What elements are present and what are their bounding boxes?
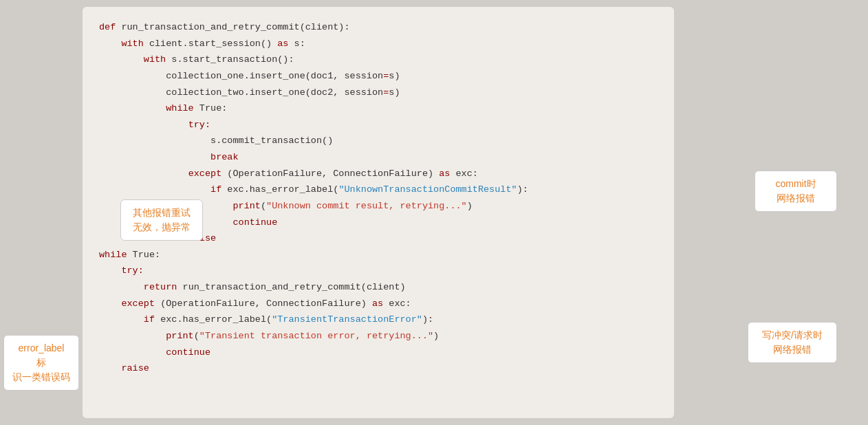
- code-line: s.commit_transaction(): [99, 133, 658, 149]
- code-line: try:: [99, 263, 658, 279]
- code-line: if exc.has_error_label("TransientTransac…: [99, 312, 658, 328]
- annotation-write-conflict: 写冲突/请求时 网络报错: [748, 322, 837, 363]
- annotation-commit-line1: commit时: [775, 178, 816, 189]
- code-line: except (OperationFailure, ConnectionFail…: [99, 166, 658, 182]
- code-line: raise: [99, 360, 658, 377]
- annotation-error-label-line2: 识一类错误码: [12, 371, 70, 382]
- annotation-retry: 其他报错重试 无效，抛异常: [120, 199, 203, 241]
- code-line: continue: [99, 345, 658, 361]
- code-line: print("Transient transaction error, retr…: [99, 328, 658, 345]
- code-line: except (OperationFailure, ConnectionFail…: [99, 296, 658, 312]
- annotation-error-label: error_label 标 识一类错误码: [3, 335, 79, 391]
- annotation-commit-line2: 网络报错: [777, 193, 815, 204]
- code-line: while True:: [99, 100, 658, 117]
- code-line: try:: [99, 117, 658, 133]
- code-line: def run_transaction_and_retry_commit(cli…: [99, 19, 658, 36]
- code-content: def run_transaction_and_retry_commit(cli…: [99, 19, 658, 377]
- code-line: with s.start_transaction():: [99, 52, 658, 68]
- annotation-write-conflict-line2: 网络报错: [773, 344, 812, 355]
- annotation-retry-line2: 无效，抛异常: [133, 221, 191, 232]
- annotation-commit: commit时 网络报错: [755, 171, 837, 212]
- annotation-retry-line1: 其他报错重试: [133, 207, 191, 218]
- code-line: if exc.has_error_label("UnknownTransacti…: [99, 182, 658, 198]
- annotation-write-conflict-line1: 写冲突/请求时: [762, 329, 823, 340]
- code-line: while True:: [99, 247, 658, 263]
- annotation-error-label-line1: error_label 标: [19, 342, 65, 368]
- code-line: collection_one.insert_one(doc1, session=…: [99, 68, 658, 85]
- code-line: collection_two.insert_one(doc2, session=…: [99, 85, 658, 101]
- code-line: break: [99, 149, 658, 166]
- code-line: return run_transaction_and_retry_commit(…: [99, 279, 658, 296]
- code-line: with client.start_session() as s:: [99, 36, 658, 52]
